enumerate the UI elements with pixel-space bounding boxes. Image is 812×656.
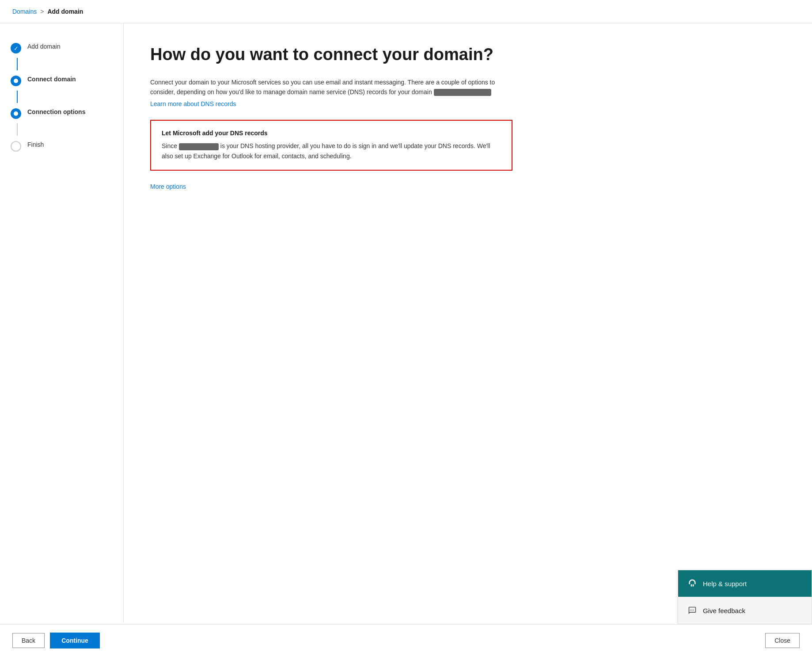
- help-support-label: Help & support: [703, 580, 747, 587]
- content-area: How do you want to connect your domain? …: [124, 23, 812, 622]
- step-1-icon: ✓: [11, 43, 21, 53]
- step-connection-options: Connection options: [0, 103, 123, 123]
- main-layout: ✓ Add domain Connect domain Connection o…: [0, 23, 812, 622]
- step-4-label: Finish: [27, 140, 44, 148]
- breadcrumb-current: Add domain: [47, 8, 83, 15]
- breadcrumb-separator: >: [40, 8, 44, 15]
- feedback-icon: [687, 605, 698, 616]
- step-connector-2: [17, 91, 18, 103]
- step-1-label: Add domain: [27, 42, 61, 50]
- back-button[interactable]: Back: [12, 633, 45, 648]
- step-connector-1: [17, 58, 18, 70]
- dns-card[interactable]: Let Microsoft add your DNS records Since…: [150, 120, 512, 171]
- step-3-icon: [11, 108, 21, 119]
- page-description: Connect your domain to your Microsoft se…: [150, 77, 512, 97]
- breadcrumb-parent[interactable]: Domains: [12, 8, 37, 15]
- close-button[interactable]: Close: [765, 633, 800, 648]
- step-2-icon: [11, 76, 21, 86]
- redacted-domain-2: [179, 143, 219, 150]
- page-title: How do you want to connect your domain?: [150, 45, 495, 65]
- dns-card-title: Let Microsoft add your DNS records: [162, 130, 501, 137]
- step-2-label: Connect domain: [27, 75, 76, 83]
- step-connect-domain: Connect domain: [0, 70, 123, 91]
- step-4-icon: [11, 141, 21, 152]
- continue-button[interactable]: Continue: [50, 633, 100, 648]
- step-3-label: Connection options: [27, 107, 85, 115]
- dns-card-body: Since is your DNS hosting provider, all …: [162, 141, 501, 161]
- help-support-button[interactable]: Help & support: [678, 570, 812, 597]
- give-feedback-label: Give feedback: [703, 607, 745, 614]
- help-panel: Help & support Give feedback: [678, 570, 812, 624]
- give-feedback-button[interactable]: Give feedback: [678, 597, 812, 624]
- learn-more-link[interactable]: Learn more about DNS records: [150, 100, 236, 107]
- more-options-link[interactable]: More options: [150, 183, 186, 190]
- step-finish: Finish: [0, 136, 123, 156]
- step-add-domain: ✓ Add domain: [0, 38, 123, 58]
- footer-bar: Back Continue Close: [0, 624, 812, 656]
- headset-icon: [687, 578, 698, 589]
- step-connector-3: [17, 123, 18, 136]
- redacted-domain-1: [434, 89, 491, 96]
- sidebar: ✓ Add domain Connect domain Connection o…: [0, 23, 124, 622]
- breadcrumb: Domains > Add domain: [0, 0, 812, 23]
